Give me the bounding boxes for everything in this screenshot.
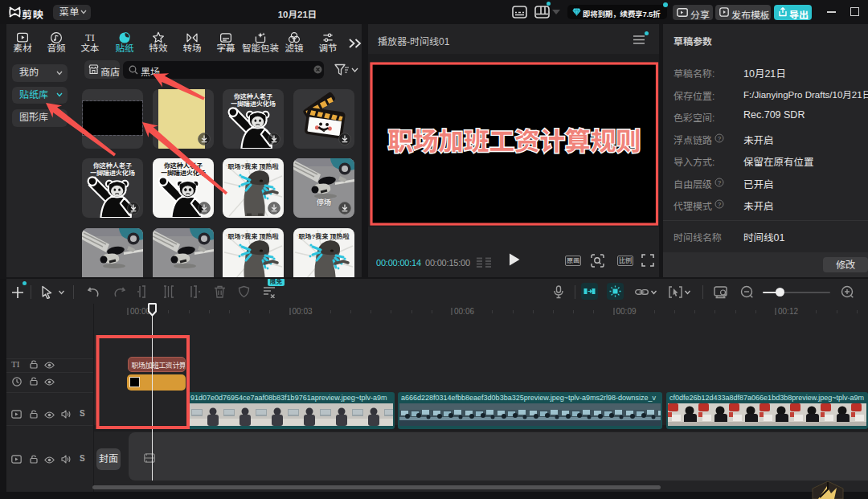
svg-text:?: ? [718,201,721,208]
svg-text:?: ? [718,178,721,186]
svg-text:?: ? [718,134,721,141]
svg-text:职场加班工资计算规则: 职场加班工资计算规则 [387,121,641,157]
